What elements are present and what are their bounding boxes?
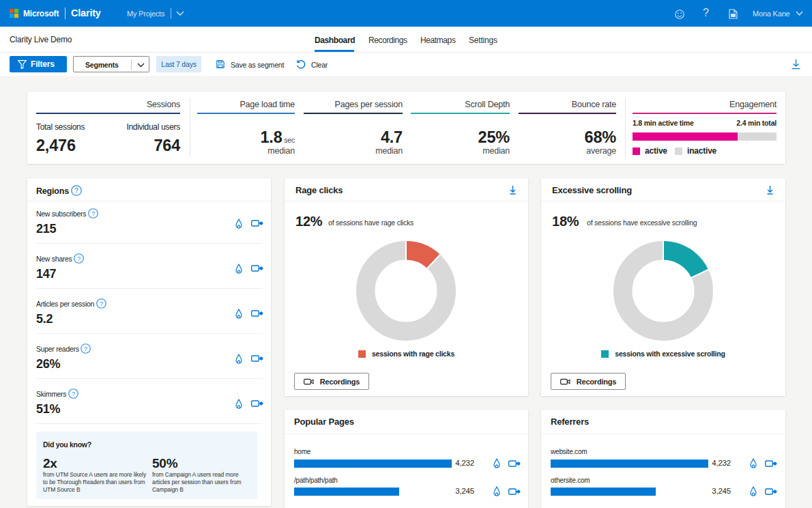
svg-text:?: ? <box>100 300 103 307</box>
svg-text:?: ? <box>75 187 79 195</box>
svg-text:?: ? <box>84 345 87 352</box>
svg-text:?: ? <box>91 210 95 217</box>
svg-text:?: ? <box>72 391 75 397</box>
svg-text:?: ? <box>77 255 81 262</box>
